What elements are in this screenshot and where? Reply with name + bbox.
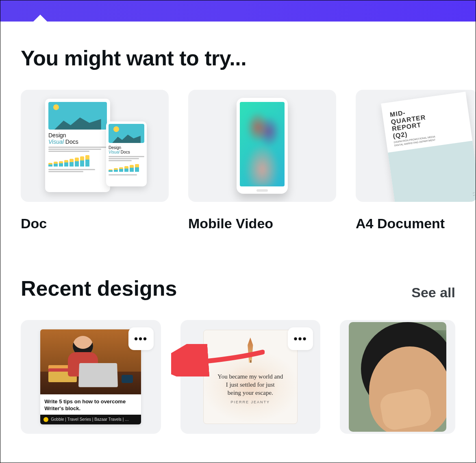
banner-notch (33, 15, 48, 22)
card-label-a4: A4 Document (356, 216, 476, 232)
recent1-subbar: Gobble | Travel Series | Bazaar Travels … (40, 415, 141, 424)
mobile-video-thumb (188, 90, 336, 202)
doc-page-small: Design Visual Docs (106, 121, 147, 186)
a4-page: MID- QUARTER REPORT (Q2) DIGIPATRON PROM… (381, 92, 476, 202)
recent2-content: You became my world and I just settled f… (203, 330, 298, 424)
template-card-doc[interactable]: Design Visual Docs Design Visual D (21, 90, 169, 232)
recent-heading: Recent designs (21, 276, 177, 301)
recent-row: Write 5 tips on how to overcome Writer's… (21, 320, 455, 434)
quote-author: PIERRE JEANTY (231, 400, 270, 404)
recent3-content (349, 322, 446, 432)
top-banner (0, 0, 476, 22)
doc-thumb: Design Visual Docs Design Visual D (21, 90, 169, 202)
card-label-doc: Doc (21, 216, 169, 232)
quote-text: You became my world and I just settled f… (209, 372, 292, 397)
try-heading: You might want to try... (21, 46, 455, 70)
doc-page-large: Design Visual Docs (45, 99, 110, 192)
recent1-content: Write 5 tips on how to overcome Writer's… (40, 329, 141, 424)
doc-title: Design (48, 132, 107, 138)
feather-icon (246, 338, 255, 363)
recent1-caption: Write 5 tips on how to overcome Writer's… (40, 394, 141, 415)
template-card-mobile-video[interactable]: Mobile Video (188, 90, 336, 232)
card-label-mobile-video: Mobile Video (188, 216, 336, 232)
recent-design-1[interactable]: Write 5 tips on how to overcome Writer's… (21, 320, 161, 434)
doc-subtitle: Visual Docs (48, 138, 107, 145)
more-button[interactable]: ••• (288, 327, 313, 350)
recent-design-2[interactable]: You became my world and I just settled f… (180, 320, 321, 434)
recent-header-row: Recent designs See all (21, 276, 455, 301)
see-all-link[interactable]: See all (411, 285, 455, 301)
try-section: You might want to try... Design Visual D… (0, 46, 476, 434)
template-card-a4[interactable]: MID- QUARTER REPORT (Q2) DIGIPATRON PROM… (356, 90, 476, 232)
try-row: Design Visual Docs Design Visual D (21, 90, 455, 232)
a4-thumb: MID- QUARTER REPORT (Q2) DIGIPATRON PROM… (356, 90, 476, 202)
phone-mock (237, 98, 288, 194)
recent-design-3[interactable] (340, 320, 455, 434)
more-button[interactable]: ••• (128, 327, 154, 350)
